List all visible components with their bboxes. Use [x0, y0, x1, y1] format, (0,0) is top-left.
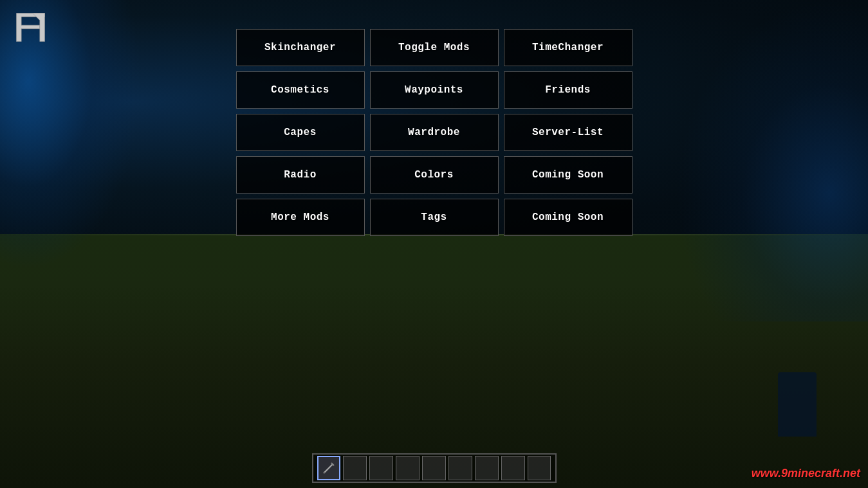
menu-btn-wardrobe[interactable]: Wardrobe — [370, 114, 499, 151]
menu-btn-friends[interactable]: Friends — [504, 71, 633, 109]
menu-btn-waypoints[interactable]: Waypoints — [370, 71, 499, 109]
menu-btn-timechanger[interactable]: TimeChanger — [504, 29, 633, 66]
hotbar-slot-9[interactable] — [528, 456, 551, 480]
menu-btn-more-mods[interactable]: More Mods — [236, 199, 365, 236]
hotbar-slot-3[interactable] — [369, 456, 393, 480]
menu-btn-coming-soon-1[interactable]: Coming Soon — [504, 156, 633, 194]
menu-btn-skinchanger[interactable]: Skinchanger — [236, 29, 365, 66]
hotbar-slot-1[interactable] — [317, 456, 341, 480]
hotbar — [312, 453, 557, 483]
menu-btn-tags[interactable]: Tags — [370, 199, 499, 236]
hotbar-slot-5[interactable] — [422, 456, 446, 480]
background-figure — [778, 372, 817, 437]
svg-line-2 — [324, 464, 333, 473]
menu-btn-coming-soon-2[interactable]: Coming Soon — [504, 199, 633, 236]
background-glow-right — [675, 0, 868, 321]
menu-btn-capes[interactable]: Capes — [236, 114, 365, 151]
fn-logo — [10, 6, 51, 48]
menu-grid: SkinchangerToggle ModsTimeChangerCosmeti… — [236, 29, 633, 236]
watermark: www.9minecraft.net — [752, 467, 860, 480]
hotbar-slot-7[interactable] — [475, 456, 499, 480]
hotbar-slot-4[interactable] — [396, 456, 420, 480]
hotbar-slot-6[interactable] — [448, 456, 472, 480]
menu-btn-radio[interactable]: Radio — [236, 156, 365, 194]
hotbar-slot-2[interactable] — [343, 456, 367, 480]
menu-btn-colors[interactable]: Colors — [370, 156, 499, 194]
menu-btn-toggle-mods[interactable]: Toggle Mods — [370, 29, 499, 66]
menu-btn-cosmetics[interactable]: Cosmetics — [236, 71, 365, 109]
hotbar-slot-8[interactable] — [501, 456, 525, 480]
menu-btn-server-list[interactable]: Server-List — [504, 114, 633, 151]
